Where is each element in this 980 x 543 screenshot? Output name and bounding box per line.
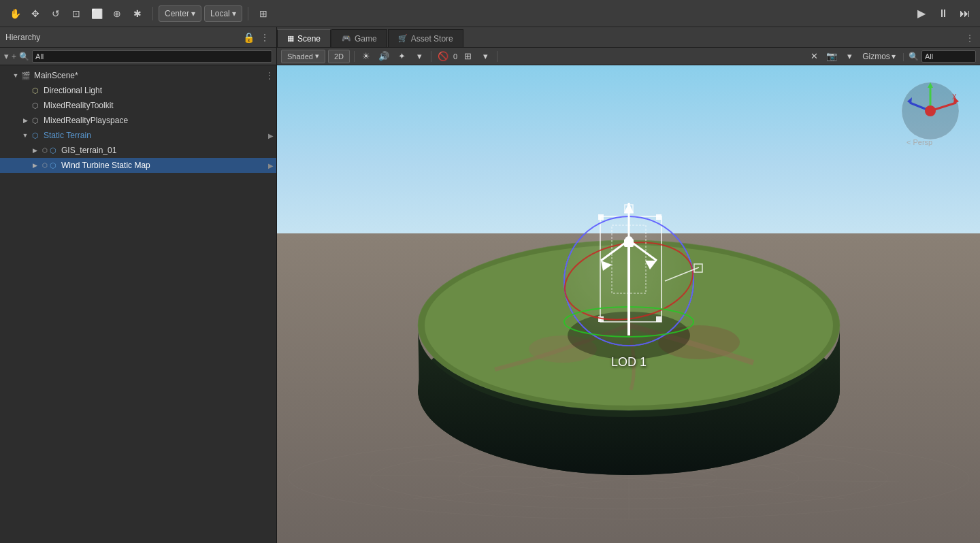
- assetstore-tab-label: Asset Store: [411, 34, 453, 44]
- mainscene-icon: 🎬: [20, 70, 31, 81]
- grid-btn[interactable]: ⊞: [460, 49, 475, 64]
- hierarchy-more-btn[interactable]: ⋮: [259, 31, 271, 44]
- scene-search-input[interactable]: [921, 50, 976, 63]
- svg-text:LOD 1: LOD 1: [611, 355, 647, 369]
- scene-toolbar: Shaded ▾ 2D ☀ 🔊 ✦ ▾ 🚫 0 ⊞ ▾ ✕ 📷 ▾ Gizmos: [277, 48, 980, 65]
- hierarchy-tree: ▼ 🎬 MainScene* ⋮ ⬡ Directional Light ⬡ M…: [0, 65, 276, 543]
- hidden-layers-btn[interactable]: 🚫: [436, 49, 451, 64]
- custom-tool[interactable]: ✱: [128, 4, 147, 23]
- toolbar-divider-3: [497, 51, 497, 62]
- hierarchy-search-input[interactable]: [32, 50, 272, 63]
- gizmos-label: Gizmos: [862, 52, 890, 61]
- camera-dropdown-btn[interactable]: ▾: [842, 49, 857, 64]
- grid-dropdown[interactable]: ▾: [478, 49, 493, 64]
- tree-item-staticterrain[interactable]: ▼ ⬡ Static Terrain ▶: [0, 128, 276, 143]
- windturbine-chevron: ▶: [268, 162, 274, 169]
- divider-2: [248, 7, 248, 20]
- scene-panel: ▦ Scene 🎮 Game 🛒 Asset Store ⋮ Shaded ▾ …: [277, 27, 980, 543]
- step-button[interactable]: ⏭: [956, 4, 975, 23]
- windturbine-label: Wind Turbine Static Map: [61, 161, 150, 170]
- audio-icon-btn[interactable]: 🔊: [376, 49, 391, 64]
- staticterrain-chevron: ▶: [268, 132, 274, 139]
- tools-group: ✋ ✥ ↺ ⊡ ⬜ ⊕ ✱: [5, 4, 147, 23]
- tree-item-mrtoolkit[interactable]: ⬡ MixedRealityToolkit: [0, 98, 276, 113]
- local-chevron: ▾: [232, 9, 236, 18]
- scale-tool[interactable]: ⊡: [67, 4, 86, 23]
- toolbar-divider-2: [431, 51, 431, 62]
- scene-viewport[interactable]: LOD 1 X < Persp: [277, 65, 980, 543]
- light-icon-btn[interactable]: ☀: [359, 49, 374, 64]
- tree-item-dirlight[interactable]: ⬡ Directional Light: [0, 83, 276, 98]
- expand-arrow-mrtoolkit: [20, 101, 30, 110]
- shaded-chevron: ▾: [315, 52, 319, 61]
- tab-game[interactable]: 🎮 Game: [331, 29, 387, 47]
- 2d-label: 2D: [334, 52, 344, 61]
- center-dropdown[interactable]: Center ▾: [159, 5, 201, 22]
- hierarchy-header-icons: 🔒 ⋮: [242, 31, 271, 44]
- svg-rect-19: [598, 214, 604, 220]
- search-scene-icon: 🔍: [909, 52, 919, 61]
- local-label: Local: [210, 9, 230, 18]
- play-button[interactable]: ▶: [912, 4, 931, 23]
- main-layout: Hierarchy 🔒 ⋮ ▾ + 🔍 ▼ 🎬 MainScene* ⋮: [0, 27, 980, 543]
- scene-toolbar-right: ✕ 📷 ▾ Gizmos ▾ | 🔍: [806, 49, 976, 64]
- hierarchy-search-bar: ▾ + 🔍: [0, 48, 276, 65]
- extra-tool[interactable]: ⊞: [254, 4, 273, 23]
- camera-icon-btn[interactable]: 📷: [824, 49, 839, 64]
- tree-item-windturbine[interactable]: ▶ ⬡ ⬡ Wind Turbine Static Map ▶: [0, 158, 276, 173]
- expand-arrow-mainscene: ▼: [11, 71, 20, 80]
- tree-item-mainscene[interactable]: ▼ 🎬 MainScene* ⋮: [0, 68, 276, 83]
- 2d-button[interactable]: 2D: [328, 50, 350, 63]
- hierarchy-header: Hierarchy 🔒 ⋮: [0, 27, 276, 48]
- scene-svg: LOD 1 X < Persp: [277, 65, 980, 543]
- svg-point-39: [625, 236, 633, 244]
- hierarchy-lock-btn[interactable]: 🔒: [242, 31, 256, 44]
- expand-arrow-staticterrain: ▼: [20, 131, 30, 140]
- gisterrain-icon2: ⬡: [48, 145, 59, 156]
- expand-arrow-gisterrain: ▶: [30, 146, 39, 155]
- center-label: Center: [165, 9, 189, 18]
- mainscene-more[interactable]: ⋮: [265, 71, 274, 80]
- rect-tool[interactable]: ⬜: [87, 4, 106, 23]
- layer-counter: 0: [453, 52, 457, 61]
- effects-icon-btn[interactable]: ✦: [394, 49, 409, 64]
- mrplayspace-icon: ⬡: [30, 115, 41, 126]
- game-tab-label: Game: [355, 34, 377, 44]
- gizmos-dropdown[interactable]: Gizmos ▾: [860, 52, 898, 61]
- center-chevron: ▾: [191, 9, 195, 18]
- shaded-dropdown[interactable]: Shaded ▾: [281, 50, 325, 63]
- pivot-tool[interactable]: ⊕: [108, 4, 127, 23]
- tree-item-gisterrain[interactable]: ▶ ⬡ ⬡ GIS_terrain_01: [0, 143, 276, 158]
- hierarchy-panel: Hierarchy 🔒 ⋮ ▾ + 🔍 ▼ 🎬 MainScene* ⋮: [0, 27, 277, 543]
- search-icon: 🔍: [19, 52, 29, 61]
- assetstore-tab-icon: 🛒: [398, 34, 408, 43]
- cross-icon-btn[interactable]: ✕: [806, 49, 821, 64]
- windturbine-icon2: ⬡: [48, 160, 59, 171]
- gizmos-chevron: ▾: [892, 52, 896, 61]
- hand-tool[interactable]: ✋: [5, 4, 24, 23]
- add-icon: ▾: [4, 51, 9, 61]
- gisterrain-label: GIS_terrain_01: [61, 146, 116, 155]
- tab-bar: ▦ Scene 🎮 Game 🛒 Asset Store ⋮: [277, 27, 980, 48]
- dirlight-icon: ⬡: [30, 85, 41, 96]
- mrtoolkit-label: MixedRealityToolkit: [44, 101, 114, 110]
- tab-bar-more[interactable]: ⋮: [960, 30, 980, 46]
- tree-item-mrplayspace[interactable]: ▶ ⬡ MixedRealityPlayspace: [0, 113, 276, 128]
- game-tab-icon: 🎮: [342, 34, 351, 43]
- staticterrain-icon: ⬡: [30, 130, 41, 141]
- rotate-tool[interactable]: ↺: [46, 4, 65, 23]
- toolbar-divider-1: [354, 51, 355, 62]
- scene-tab-label: Scene: [297, 34, 321, 44]
- tab-scene[interactable]: ▦ Scene: [277, 29, 331, 47]
- mrplayspace-label: MixedRealityPlayspace: [44, 116, 128, 125]
- scene-tab-icon: ▦: [287, 34, 294, 43]
- effects-dropdown-btn[interactable]: ▾: [412, 49, 427, 64]
- svg-text:< Persp: < Persp: [906, 138, 932, 146]
- top-toolbar: ✋ ✥ ↺ ⊡ ⬜ ⊕ ✱ Center ▾ Local ▾ ⊞ ▶ ⏸ ⏭: [0, 0, 980, 27]
- local-dropdown[interactable]: Local ▾: [204, 5, 242, 22]
- hierarchy-title: Hierarchy: [5, 33, 40, 42]
- mrtoolkit-icon: ⬡: [30, 100, 41, 111]
- tab-assetstore[interactable]: 🛒 Asset Store: [388, 29, 463, 47]
- move-tool[interactable]: ✥: [26, 4, 45, 23]
- pause-button[interactable]: ⏸: [934, 4, 953, 23]
